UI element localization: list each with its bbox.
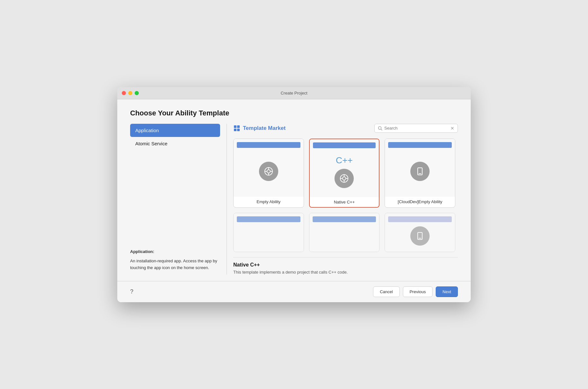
svg-rect-2 bbox=[234, 129, 236, 131]
card-preview-6 bbox=[385, 213, 455, 252]
template-card-5[interactable] bbox=[309, 213, 380, 252]
selected-template-info: Native C++ This template implements a de… bbox=[233, 257, 458, 275]
svg-line-5 bbox=[381, 129, 382, 130]
cancel-button[interactable]: Cancel bbox=[373, 286, 399, 297]
card-preview-clouddev bbox=[385, 139, 455, 197]
card-preview-empty-ability bbox=[234, 139, 304, 197]
description-title: Application: bbox=[130, 249, 220, 255]
description-body: An installation-required app. Access the… bbox=[130, 258, 220, 271]
svg-rect-3 bbox=[237, 129, 240, 131]
minimize-button[interactable] bbox=[128, 91, 132, 95]
svg-point-7 bbox=[267, 170, 270, 173]
native-cpp-icon bbox=[334, 169, 354, 188]
phone-icon bbox=[410, 226, 430, 246]
close-button[interactable] bbox=[122, 91, 126, 95]
template-card-empty-ability[interactable]: Empty Ability bbox=[233, 139, 304, 208]
card-bar bbox=[388, 142, 452, 148]
card-preview-native-cpp: C++ bbox=[310, 139, 379, 197]
card-preview-5 bbox=[309, 213, 379, 252]
sidebar-item-application[interactable]: Application bbox=[130, 124, 220, 137]
card-preview-4 bbox=[234, 213, 304, 252]
svg-rect-1 bbox=[237, 125, 240, 128]
cpp-icon: C++ bbox=[336, 155, 353, 166]
maximize-button[interactable] bbox=[135, 91, 139, 95]
search-box: ✕ bbox=[374, 124, 458, 133]
traffic-lights bbox=[122, 91, 139, 95]
card-bar bbox=[237, 142, 300, 148]
search-input[interactable] bbox=[384, 126, 450, 131]
clouddev-label: [CloudDev]Empty Ability bbox=[385, 197, 455, 207]
page-title: Choose Your Ability Template bbox=[130, 109, 458, 117]
sidebar-description: Application: An installation-required ap… bbox=[130, 242, 220, 274]
sidebar-divider bbox=[227, 124, 227, 275]
template-card-clouddev[interactable]: [CloudDev]Empty Ability bbox=[385, 139, 455, 208]
card-bar bbox=[313, 142, 376, 148]
footer: ? Cancel Previous Next bbox=[117, 281, 471, 302]
svg-rect-0 bbox=[234, 125, 236, 128]
help-icon[interactable]: ? bbox=[130, 288, 133, 295]
template-market-label: Template Market bbox=[233, 125, 286, 132]
card-bar bbox=[237, 216, 300, 222]
clouddev-icon bbox=[410, 162, 430, 181]
right-header: Template Market ✕ bbox=[233, 124, 458, 133]
search-icon bbox=[378, 126, 382, 131]
next-button[interactable]: Next bbox=[436, 286, 458, 297]
main-area: Application Atomic Service Application: … bbox=[130, 124, 458, 275]
search-clear-button[interactable]: ✕ bbox=[450, 126, 454, 131]
empty-ability-label: Empty Ability bbox=[234, 197, 304, 207]
main-content: Choose Your Ability Template Application… bbox=[117, 99, 471, 281]
selected-template-title: Native C++ bbox=[233, 262, 458, 268]
svg-point-13 bbox=[343, 177, 346, 180]
template-card-4[interactable] bbox=[233, 213, 304, 252]
right-panel: Template Market ✕ bbox=[233, 124, 458, 275]
selected-template-description: This template implements a demo project … bbox=[233, 270, 458, 275]
templates-grid: Empty Ability C++ bbox=[233, 139, 458, 252]
previous-button[interactable]: Previous bbox=[403, 286, 433, 297]
card-bar bbox=[388, 216, 452, 222]
sidebar-item-atomic-service[interactable]: Atomic Service bbox=[130, 137, 220, 150]
card-bar bbox=[313, 216, 376, 222]
template-market-icon bbox=[233, 125, 240, 132]
create-project-window: Create Project Choose Your Ability Templ… bbox=[117, 87, 471, 302]
window-title: Create Project bbox=[281, 91, 307, 95]
empty-ability-icon bbox=[259, 162, 278, 181]
sidebar: Application Atomic Service Application: … bbox=[130, 124, 220, 275]
template-card-native-cpp[interactable]: C++ bbox=[309, 139, 380, 208]
template-card-6[interactable] bbox=[385, 213, 455, 252]
titlebar: Create Project bbox=[117, 87, 471, 99]
native-cpp-label: Native C++ bbox=[310, 197, 379, 207]
